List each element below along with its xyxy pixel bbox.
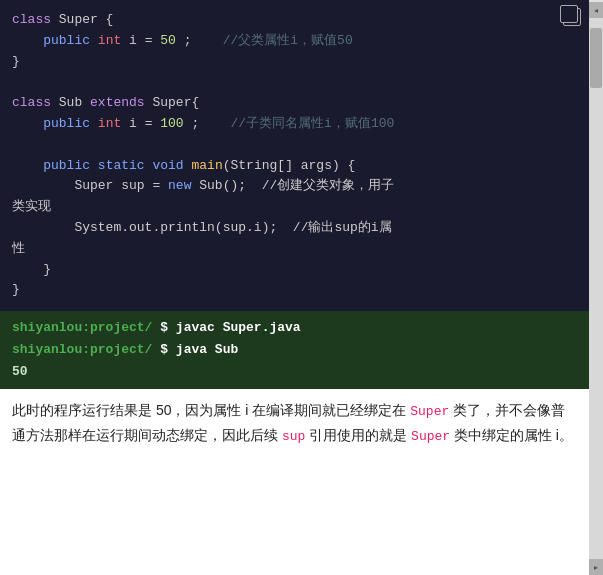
code-line: public int i = 100 ; //子类同名属性i，赋值100	[12, 114, 577, 135]
description-paragraph: 此时的程序运行结果是 50，因为属性 i 在编译期间就已经绑定在 Super 类…	[12, 402, 573, 442]
code-line: public int i = 50 ; //父类属性i，赋值50	[12, 31, 577, 52]
main-content: class Super { public int i = 50 ; //父类属性…	[0, 0, 589, 575]
scroll-track	[589, 18, 603, 559]
code-line: }	[12, 260, 577, 281]
terminal-line-1: shiyanlou:project/ $ javac Super.java	[12, 317, 577, 339]
terminal-line-2: shiyanlou:project/ $ java Sub	[12, 339, 577, 361]
code-line: }	[12, 280, 577, 301]
code-line	[12, 135, 577, 156]
code-line: System.out.println(sup.i); //输出sup的i属	[12, 218, 577, 239]
scroll-down-button[interactable]: ▸	[589, 559, 603, 575]
code-line: Super sup = new Sub(); //创建父类对象，用子	[12, 176, 577, 197]
terminal-block: shiyanlou:project/ $ javac Super.java sh…	[0, 311, 589, 389]
code-line: public static void main(String[] args) {	[12, 156, 577, 177]
description-text: 此时的程序运行结果是 50，因为属性 i 在编译期间就已经绑定在 Super 类…	[0, 389, 589, 575]
copy-icon[interactable]	[563, 8, 581, 26]
super-ref-2: Super	[411, 429, 450, 444]
code-line: 性	[12, 239, 577, 260]
sup-ref: sup	[282, 429, 305, 444]
code-line	[12, 72, 577, 93]
code-line: 类实现	[12, 197, 577, 218]
scroll-up-button[interactable]: ◂	[589, 2, 603, 18]
code-block: class Super { public int i = 50 ; //父类属性…	[0, 0, 589, 311]
code-line: class Sub extends Super{	[12, 93, 577, 114]
scrollbar: ◂ ▸	[589, 0, 603, 575]
terminal-output: 50	[12, 361, 577, 383]
super-ref-1: Super	[410, 404, 449, 419]
code-line: }	[12, 52, 577, 73]
code-line: class Super {	[12, 10, 577, 31]
scroll-thumb[interactable]	[590, 28, 602, 88]
